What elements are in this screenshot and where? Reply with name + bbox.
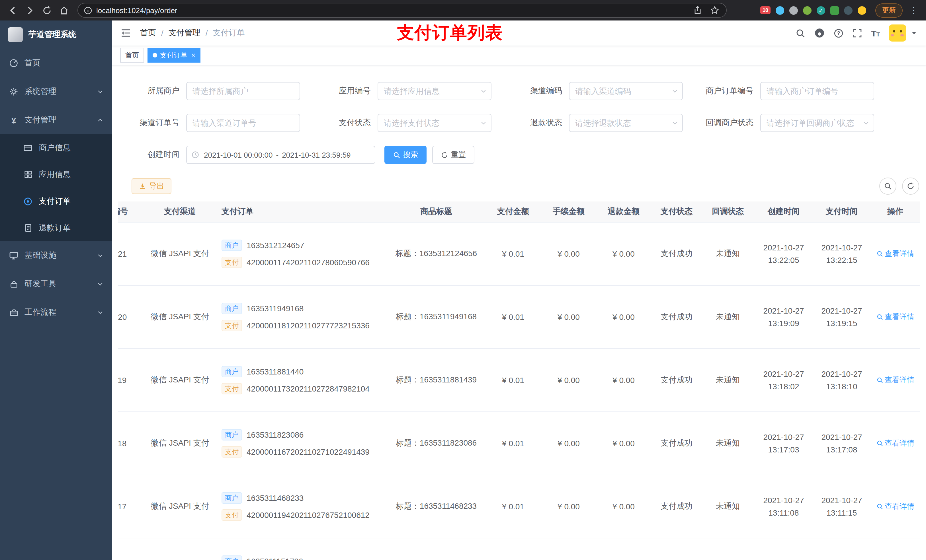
- github-icon[interactable]: [814, 28, 825, 38]
- breadcrumb: 首页 / 支付管理 / 支付订单: [140, 28, 245, 38]
- avatar[interactable]: [889, 24, 906, 42]
- extension-icon[interactable]: [776, 6, 784, 15]
- cell-actions: 查看详情: [870, 222, 920, 285]
- tab-home[interactable]: 首页: [120, 48, 144, 63]
- extension-badge-icon[interactable]: 10: [760, 6, 770, 14]
- cell-actions: 查看详情: [870, 285, 920, 349]
- browser-update-button[interactable]: 更新: [875, 3, 903, 17]
- col-header-paid: 支付时间: [813, 201, 870, 222]
- reset-button[interactable]: 重置: [432, 146, 474, 164]
- help-icon[interactable]: ?: [834, 28, 843, 38]
- tab-pay-order[interactable]: 支付订单 ×: [147, 48, 200, 63]
- extension-icon[interactable]: [789, 6, 798, 15]
- search-icon[interactable]: [795, 28, 805, 38]
- app-frame: 芋道管理系统 首页 系统管理 ¥ 支付管理: [0, 21, 926, 560]
- date-range-picker[interactable]: 2021-10-01 00:00:00 - 2021-10-31 23:59:5…: [186, 146, 375, 164]
- breadcrumb-separator: /: [206, 29, 208, 38]
- pay-status-input[interactable]: [378, 115, 491, 131]
- pay-tag: 支付: [221, 320, 242, 331]
- merchant-select[interactable]: [186, 82, 300, 100]
- export-button[interactable]: 导出: [132, 178, 171, 194]
- filter-pay-status: 支付状态: [309, 114, 501, 132]
- sidebar-item-payment[interactable]: ¥ 支付管理: [0, 106, 112, 134]
- sidebar-toggle-icon[interactable]: [121, 28, 131, 38]
- cell-pay-amount: ¥ 0.01: [485, 349, 542, 412]
- close-icon[interactable]: ×: [191, 51, 195, 59]
- breadcrumb-home[interactable]: 首页: [140, 28, 156, 38]
- forward-icon[interactable]: [24, 5, 35, 16]
- reload-icon[interactable]: [41, 5, 52, 16]
- home-icon[interactable]: [58, 5, 70, 16]
- filter-refund-status: 退款状态: [501, 114, 692, 132]
- sidebar-item-workflow[interactable]: 工作流程: [0, 298, 112, 327]
- app-no-select[interactable]: [378, 82, 492, 100]
- browser-menu-icon[interactable]: ⋮: [908, 5, 919, 15]
- gear-icon: [9, 87, 19, 96]
- view-detail-link[interactable]: 查看详情: [876, 312, 914, 322]
- cell-pay-channel: 微信 JSAPI 支付: [143, 475, 217, 538]
- sidebar-item-refund-order[interactable]: 退款订单: [0, 214, 112, 241]
- sidebar-item-system[interactable]: 系统管理: [0, 77, 112, 106]
- toggle-search-button[interactable]: [879, 178, 896, 195]
- notify-status-select[interactable]: [760, 114, 874, 132]
- filter-row-2: 渠道订单号 支付状态 退款状态: [118, 114, 920, 132]
- sidebar-item-infrastructure[interactable]: 基础设施: [0, 241, 112, 270]
- pay-status-select[interactable]: [378, 114, 492, 132]
- sidebar-item-home[interactable]: 首页: [0, 49, 112, 77]
- view-detail-link[interactable]: 查看详情: [876, 501, 914, 512]
- cell-paid-time: 2021-10-27 13:22:15: [813, 222, 870, 285]
- font-size-icon[interactable]: TT: [871, 28, 880, 38]
- extension-icon[interactable]: ✓: [817, 6, 825, 15]
- channel-order-no-input[interactable]: [187, 115, 300, 131]
- merchant-order-no: 1635312124657: [247, 241, 304, 250]
- bookmark-star-icon[interactable]: [709, 5, 720, 16]
- view-detail-link[interactable]: 查看详情: [876, 438, 914, 448]
- pay-order-no: 4200001173202110272847982104: [247, 384, 369, 393]
- merchant-tag: 商户: [221, 429, 242, 441]
- refresh-table-button[interactable]: [902, 178, 919, 195]
- channel-code-select[interactable]: [569, 82, 683, 100]
- caret-down-icon[interactable]: [911, 30, 917, 36]
- extension-icon[interactable]: [803, 6, 811, 15]
- channel-order-no-field[interactable]: [186, 114, 300, 132]
- back-icon[interactable]: [7, 5, 18, 16]
- cell-actions: 查看详情: [870, 412, 920, 475]
- app-logo[interactable]: 芋道管理系统: [0, 21, 112, 49]
- fullscreen-icon[interactable]: [852, 28, 862, 38]
- extension-icon[interactable]: [858, 6, 866, 15]
- channel-code-input[interactable]: [569, 83, 682, 100]
- extension-icon[interactable]: [830, 6, 839, 15]
- app-no-input[interactable]: [378, 83, 491, 100]
- orders-table-viewport[interactable]: 编号 支付渠道 支付订单 商品标题 支付金额 手续金额 退款金额 支付状态 回调…: [118, 201, 920, 560]
- view-detail-link[interactable]: 查看详情: [876, 249, 914, 259]
- sidebar-item-dev-tools[interactable]: 研发工具: [0, 270, 112, 298]
- merchant-order-no-input[interactable]: [761, 83, 874, 100]
- search-button[interactable]: 搜索: [384, 146, 427, 164]
- sidebar-item-pay-order[interactable]: 支付订单: [0, 188, 112, 214]
- sidebar-item-merchant-info[interactable]: 商户信息: [0, 134, 112, 161]
- menu-label: 系统管理: [24, 86, 56, 97]
- view-detail-link[interactable]: 查看详情: [876, 375, 914, 385]
- chevron-down-icon: [97, 252, 104, 259]
- extension-icon[interactable]: [844, 6, 853, 15]
- cell-created-time: 2021-10-27 13:19:09: [754, 285, 813, 349]
- merchant-order-no-field[interactable]: [760, 82, 874, 100]
- notify-status-input[interactable]: [761, 115, 874, 131]
- address-bar[interactable]: localhost:1024/pay/order: [77, 3, 727, 18]
- cell-pay-status: 支付成功: [652, 475, 702, 538]
- cell-pay-channel: 微信 JSAPI 支付: [143, 538, 217, 560]
- refund-status-input[interactable]: [569, 115, 682, 131]
- share-icon[interactable]: [692, 5, 703, 16]
- merchant-input[interactable]: [187, 83, 300, 100]
- table-row: 微信 JSAPI 支付 商户 1635311151736 支付 查看详情: [118, 538, 920, 560]
- filter-app-no: 应用编号: [309, 82, 501, 100]
- card-icon: [23, 143, 33, 152]
- site-info-icon[interactable]: [84, 5, 92, 16]
- breadcrumb-section[interactable]: 支付管理: [169, 28, 200, 38]
- sidebar-item-app-info[interactable]: 应用信息: [0, 161, 112, 188]
- navbar-actions: ? TT: [795, 24, 917, 42]
- search-icon: [393, 151, 400, 158]
- refund-status-select[interactable]: [569, 114, 683, 132]
- lock-icon: [9, 280, 19, 288]
- merchant-order-line: 商户 1635311949168: [221, 303, 386, 314]
